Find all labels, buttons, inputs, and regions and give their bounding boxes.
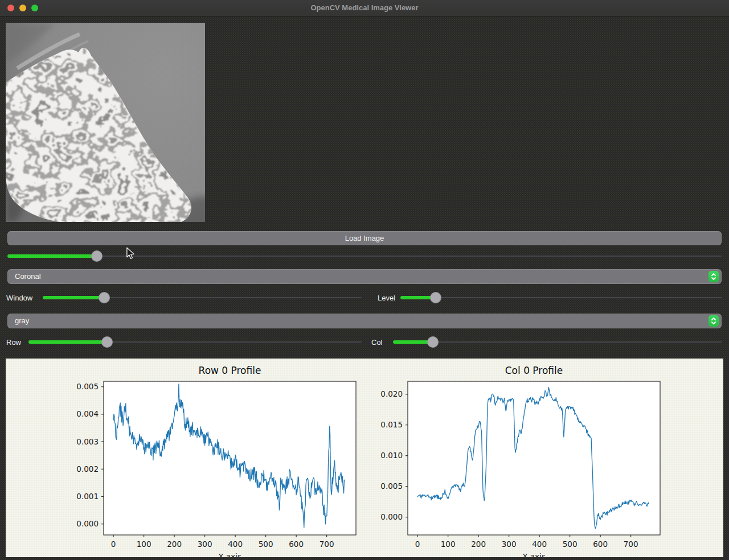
x-tick-label: 400 [228, 540, 243, 549]
slider-track[interactable] [393, 341, 722, 343]
colormap-value: gray [15, 314, 29, 328]
slider-handle[interactable] [427, 336, 439, 348]
x-tick-label: 100 [441, 540, 456, 549]
slider-handle[interactable] [101, 336, 113, 348]
load-image-button[interactable]: Load Image [7, 231, 722, 245]
slider-fill [43, 296, 104, 299]
profile-plots-panel: 0.0000.0010.0020.0030.0040.0050100200300… [6, 359, 723, 557]
slider-handle[interactable] [99, 292, 110, 303]
popup-arrows-icon [708, 271, 719, 282]
y-tick-label: 0.002 [76, 464, 99, 473]
slider-fill [28, 340, 107, 344]
x-tick-label: 200 [167, 540, 182, 549]
chart-title: Row 0 Profile [199, 365, 261, 376]
x-tick-label: 600 [593, 540, 608, 549]
y-tick-label: 0.004 [76, 409, 99, 418]
x-tick-label: 300 [502, 540, 517, 549]
col-slider[interactable] [393, 336, 722, 348]
y-tick-label: 0.010 [380, 451, 403, 460]
axes-frame [408, 381, 660, 535]
y-tick-label: 0.005 [76, 382, 99, 391]
x-tick-label: 700 [320, 540, 334, 549]
row-slider[interactable] [28, 336, 362, 348]
x-tick-label: 100 [137, 540, 151, 549]
level-slider[interactable] [400, 292, 722, 303]
y-tick-label: 0.015 [380, 420, 403, 429]
orientation-select[interactable]: Coronal [7, 269, 722, 284]
x-tick-label: 0 [415, 540, 420, 549]
y-tick-label: 0.020 [380, 389, 403, 398]
y-tick-label: 0.000 [380, 512, 403, 521]
x-tick-label: 500 [259, 540, 273, 549]
y-tick-label: 0.000 [76, 519, 99, 528]
slider-fill [7, 254, 97, 258]
slice-slider[interactable] [7, 250, 722, 262]
row-label: Row [6, 337, 21, 348]
titlebar: OpenCV Medical Image Viewer [0, 0, 729, 17]
popup-arrows-icon [708, 315, 719, 327]
y-tick-label: 0.001 [76, 492, 99, 501]
chart-title: Col 0 Profile [505, 365, 563, 376]
row-profile-chart: 0.0000.0010.0020.0030.0040.0050100200300… [68, 359, 387, 557]
x-axis-label: X axis [218, 552, 241, 557]
orientation-value: Coronal [15, 270, 41, 283]
x-tick-label: 600 [289, 540, 304, 549]
y-tick-label: 0.005 [380, 481, 403, 491]
window-title: OpenCV Medical Image Viewer [0, 0, 729, 16]
level-label: Level [378, 293, 395, 304]
x-axis-label: X axis [522, 552, 546, 557]
x-tick-label: 400 [532, 540, 547, 549]
col-label: Col [371, 337, 383, 348]
x-tick-label: 300 [198, 540, 212, 549]
slider-handle[interactable] [91, 250, 103, 262]
col-profile-chart: 0.0000.0050.0100.0150.020010020030040050… [372, 359, 691, 557]
colormap-select[interactable]: gray [7, 314, 722, 328]
slider-track[interactable] [7, 256, 722, 257]
y-tick-label: 0.003 [76, 437, 99, 446]
x-tick-label: 700 [624, 540, 638, 549]
slider-track[interactable] [400, 297, 722, 298]
scan-image [6, 23, 205, 222]
medical-image-preview [6, 23, 205, 222]
window-slider[interactable] [43, 292, 362, 303]
x-tick-label: 200 [471, 540, 486, 549]
slider-handle[interactable] [430, 292, 441, 303]
window-label: Window [6, 293, 32, 304]
x-tick-label: 500 [563, 540, 578, 549]
x-tick-label: 0 [111, 540, 116, 549]
